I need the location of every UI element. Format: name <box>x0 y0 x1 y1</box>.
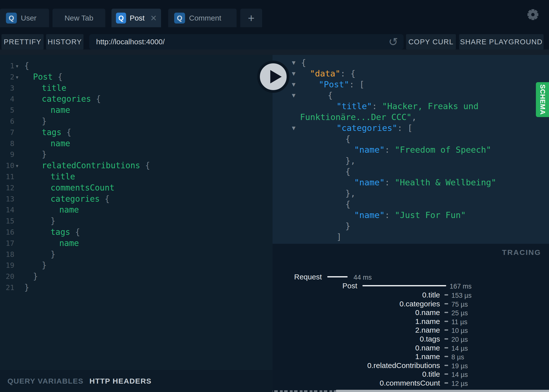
tab-query-variables[interactable]: QUERY VARIABLES <box>7 377 83 385</box>
code-text: }, <box>345 188 356 199</box>
code-text: { <box>24 60 29 72</box>
code-text: "name": "Just For Fun" <box>354 210 466 220</box>
query-editor[interactable]: 1▾{2▾Post {3title4categories {5name6}7ta… <box>0 55 273 370</box>
copy-curl-button[interactable]: COPY CURL <box>406 34 456 49</box>
trace-field-duration: 19 µs <box>451 362 468 370</box>
collapse-arrow-icon[interactable]: ▼ <box>292 90 296 101</box>
response-lines: ▼{▼"data": {▼"Post": [▼{"title": "Hacker… <box>273 55 549 242</box>
editor-line: 14name <box>0 204 273 216</box>
code-text: } <box>24 282 29 293</box>
code-text: { <box>345 166 350 177</box>
trace-field-dash <box>444 303 448 304</box>
response-line: ▼{ <box>273 90 549 101</box>
trace-field-label: 0.categories <box>273 299 440 308</box>
response-line: ▼"categories": [ <box>273 122 549 133</box>
tab-http-headers[interactable]: HTTP HEADERS <box>89 377 152 385</box>
response-line: "name": "Health & Wellbeing" <box>273 177 549 188</box>
trace-span-label: Request <box>273 272 322 281</box>
collapse-arrow-icon[interactable]: ▼ <box>292 68 296 79</box>
schema-side-tab[interactable]: SCHEMA <box>536 82 549 117</box>
trace-field-duration: 14 µs <box>451 344 468 353</box>
code-text: "data": { <box>310 68 356 79</box>
response-viewer[interactable]: ▼{▼"data": {▼"Post": [▼{"title": "Hacker… <box>273 55 549 244</box>
tab-label: Post <box>130 14 144 22</box>
line-number: 7 <box>0 127 14 138</box>
fold-arrow-icon[interactable]: ▾ <box>16 72 18 83</box>
line-number: 17 <box>0 238 14 249</box>
settings-gear-icon[interactable] <box>527 9 539 20</box>
fold-arrow-icon[interactable]: ▾ <box>16 160 18 172</box>
toolbar: PRETTIFY HISTORY ↺ COPY CURL SHARE PLAYG… <box>0 27 549 49</box>
collapse-arrow-icon[interactable]: ▼ <box>292 79 296 90</box>
line-number: 20 <box>0 271 14 282</box>
tab-list: QUserNew TabQPost×QComment+ <box>0 9 262 27</box>
editor-line: 21} <box>0 282 273 293</box>
code-text: } <box>51 216 55 227</box>
reload-endpoint-icon[interactable]: ↺ <box>388 35 398 49</box>
tab-label: New Tab <box>64 14 93 22</box>
line-number: 5 <box>0 105 14 116</box>
code-text: "name": "Freedom of Speech" <box>354 144 491 155</box>
code-text: tags { <box>42 127 71 138</box>
line-number: 12 <box>0 182 14 194</box>
response-line: ] <box>273 231 549 242</box>
trace-field-label: 0.name <box>273 343 440 352</box>
line-number: 10 <box>0 160 14 171</box>
fold-arrow-icon[interactable]: ▾ <box>16 61 18 72</box>
endpoint-url-input[interactable] <box>89 34 404 49</box>
trace-field-duration: 11 µs <box>451 318 467 326</box>
editor-line: 1▾{ <box>0 60 273 72</box>
tab-post[interactable]: QPost× <box>111 9 161 27</box>
collapse-arrow-icon[interactable]: ▼ <box>292 122 296 133</box>
tracing-title: TRACING <box>502 248 541 257</box>
line-number: 6 <box>0 116 14 127</box>
trace-field-label: 0.name <box>273 308 440 317</box>
code-text: { <box>301 57 306 68</box>
collapse-arrow-icon[interactable]: ▼ <box>292 57 296 68</box>
editor-line: 11title <box>0 171 273 182</box>
line-number: 14 <box>0 204 14 216</box>
horizontal-scrollbar[interactable] <box>336 390 549 392</box>
execute-query-button[interactable] <box>257 61 289 93</box>
response-line: ▼{ <box>273 57 549 68</box>
code-text: categories { <box>51 194 110 205</box>
tab-user[interactable]: QUser <box>0 9 49 27</box>
trace-field-duration: 20 µs <box>451 335 468 344</box>
line-number: 2 <box>0 72 14 83</box>
close-tab-icon[interactable]: × <box>150 14 157 22</box>
line-number: 4 <box>0 94 14 105</box>
code-text: name <box>59 238 79 249</box>
tab-new-tab[interactable]: New Tab <box>53 9 105 27</box>
trace-field-duration: 12 µs <box>451 379 468 388</box>
trace-field-row: 0.categories75 µs <box>273 299 549 308</box>
code-text: "Post": [ <box>319 79 364 90</box>
trace-field-label: 0.title <box>273 291 440 299</box>
tab-comment[interactable]: QComment <box>168 9 237 27</box>
editor-line: 19} <box>0 260 273 271</box>
query-badge: Q <box>116 13 126 24</box>
response-line: "name": "Freedom of Speech" <box>273 144 549 155</box>
editor-line: 12commentsCount <box>0 182 273 194</box>
query-editor-lines: 1▾{2▾Post {3title4categories {5name6}7ta… <box>0 55 273 293</box>
line-number: 11 <box>0 171 14 182</box>
editor-line: 4categories { <box>0 94 273 105</box>
trace-field-dash <box>444 373 448 375</box>
response-line: }, <box>273 155 549 166</box>
share-playground-button[interactable]: SHARE PLAYGROUND <box>459 34 544 49</box>
trace-span-row: Post167 ms <box>273 281 549 290</box>
trace-field-dash <box>444 347 448 348</box>
trace-field-row: 0.name14 µs <box>273 343 549 352</box>
history-button[interactable]: HISTORY <box>46 34 83 49</box>
editor-line: 10▾relatedContributions { <box>0 160 273 171</box>
trace-field-row: 0.title153 µs <box>273 291 549 299</box>
trace-field-duration: 8 µs <box>451 353 464 362</box>
editor-line: 5name <box>0 105 273 116</box>
code-text: name <box>51 105 70 116</box>
new-tab-button[interactable]: + <box>240 9 262 27</box>
prettify-button[interactable]: PRETTIFY <box>1 34 44 49</box>
editor-bottom-bar: QUERY VARIABLES HTTP HEADERS <box>0 370 273 392</box>
response-line: ▼"data": { <box>273 68 549 79</box>
code-text: name <box>51 138 70 149</box>
trace-field-row: 0.relatedContributions19 µs <box>273 361 549 370</box>
code-text: title <box>51 171 75 182</box>
